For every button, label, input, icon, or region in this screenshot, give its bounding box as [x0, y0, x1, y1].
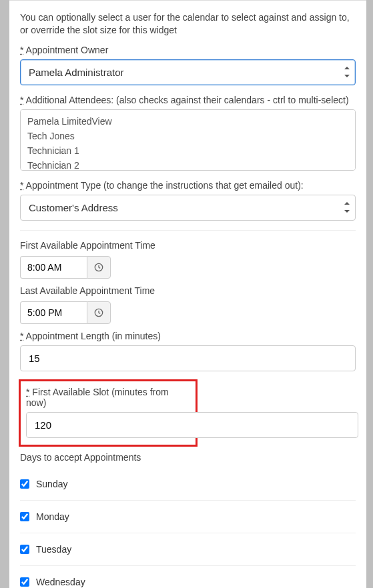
last-time-input[interactable] — [20, 301, 87, 324]
appt-type-label: * Appointment Type (to change the instru… — [20, 180, 356, 191]
attendees-label: * Additional Attendees: (also checks aga… — [20, 95, 356, 105]
first-slot-highlight: * First Available Slot (minutes from now… — [19, 379, 198, 447]
attendee-option[interactable]: Tech Jones — [27, 129, 348, 143]
first-time-input[interactable] — [20, 256, 87, 279]
day-row: Sunday — [20, 468, 356, 501]
day-row: Monday — [20, 501, 356, 533]
day-row: Tuesday — [20, 533, 356, 566]
first-time-label: First Available Appointment Time — [20, 240, 356, 251]
settings-panel: You can optionally select a user for the… — [9, 0, 366, 588]
intro-text: You can optionally select a user for the… — [20, 11, 356, 37]
attendees-multiselect[interactable]: Pamela LimitedView Tech Jones Technician… — [20, 109, 356, 171]
divider — [20, 230, 356, 231]
owner-label: * Appointment Owner — [20, 45, 356, 55]
owner-select[interactable]: Pamela Administrator — [20, 59, 356, 85]
day-checkbox-monday[interactable] — [20, 512, 29, 521]
day-name: Wednesday — [36, 577, 85, 587]
day-name: Tuesday — [36, 544, 71, 555]
appt-type-select-wrap[interactable]: Customer's Address — [20, 195, 356, 221]
day-checkbox-sunday[interactable] — [20, 479, 29, 489]
day-checkbox-tuesday[interactable] — [20, 545, 29, 554]
length-label: * Appointment Length (in minutes) — [20, 331, 356, 341]
days-label: Days to accept Appointments — [20, 452, 356, 463]
last-time-label: Last Available Appointment Time — [20, 285, 356, 296]
day-name: Monday — [36, 511, 69, 522]
first-slot-label: * First Available Slot (minutes from now… — [26, 387, 190, 408]
appt-type-select[interactable]: Customer's Address — [20, 195, 356, 221]
attendee-option[interactable]: Technician 1 — [27, 143, 348, 158]
clock-icon — [94, 263, 103, 272]
first-slot-input[interactable] — [26, 412, 358, 438]
day-name: Sunday — [36, 479, 67, 489]
first-time-picker-button[interactable] — [87, 256, 111, 279]
attendee-option[interactable]: Pamela LimitedView — [27, 114, 348, 129]
length-input[interactable] — [20, 345, 356, 371]
owner-select-wrap[interactable]: Pamela Administrator — [20, 59, 356, 85]
last-time-picker-button[interactable] — [87, 301, 111, 324]
clock-icon — [94, 308, 103, 317]
attendee-option[interactable]: Technician 2 — [27, 158, 348, 170]
day-checkbox-wednesday[interactable] — [20, 577, 29, 587]
day-row: Wednesday — [20, 566, 356, 588]
